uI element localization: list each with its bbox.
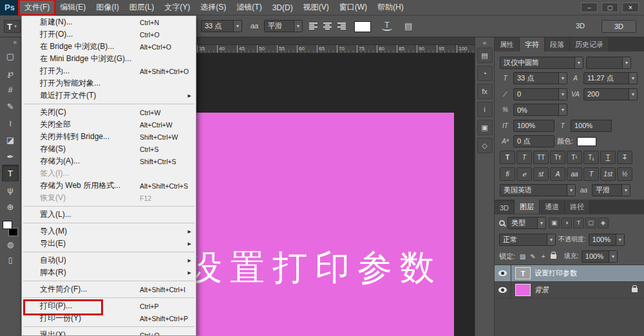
menubar-item[interactable]: 3D(D) [267,0,298,15]
filter-smart-objects-icon[interactable]: ◈ [598,218,609,229]
visibility-toggle[interactable] [495,282,511,298]
menu-item[interactable]: 打开为... Alt+Shift+Ctrl+O ▶ [22,65,196,77]
fractions-button[interactable]: ½ [617,167,632,181]
menu-item[interactable]: ▶ [22,250,196,254]
menu-item[interactable]: ▶ [22,204,196,209]
type-tool[interactable]: T [2,165,19,182]
menubar-item[interactable]: 视图(V) [298,0,334,15]
vertical-scale-field[interactable]: 100% [513,120,554,132]
align-center-button[interactable] [322,22,333,30]
brush-tool[interactable]: ≀ [2,115,19,131]
subscript-button[interactable]: T₁ [583,151,599,164]
menu-item[interactable]: ▶ [22,295,196,300]
menu-item[interactable]: 在 Bridge 中浏览(B)... Alt+Ctrl+O ▶ [22,41,196,53]
type-tool-preset-button[interactable]: T▼ [4,20,21,33]
channels-panel-icon[interactable]: ▣ [477,120,493,135]
align-left-button[interactable] [308,22,319,30]
pen-tool[interactable]: ✒ [2,148,19,165]
eraser-tool[interactable]: ◪ [2,131,19,148]
language-select[interactable]: 美国英语 ▼ [500,184,576,196]
menu-item[interactable]: 恢复(V) F12 ▶ [22,192,196,204]
quick-mask-button[interactable]: ◍ [2,237,19,252]
stylistic-alternates-button[interactable]: aa [567,167,582,181]
text-color-swatch[interactable] [354,21,371,32]
lock-pixels-icon[interactable]: ✎ [528,253,538,260]
menubar-item[interactable]: 窗口(W) [334,0,372,15]
leading-select[interactable]: 11.27 点 ▼ [583,72,638,84]
layer-filter-select[interactable]: 类型 ▼ [507,217,546,229]
align-right-button[interactable] [336,22,347,30]
panel-tab[interactable]: 字符 [520,37,545,51]
panel-tab[interactable]: 路径 [565,200,590,214]
filter-type-layers-icon[interactable]: T [573,218,584,229]
opacity-select[interactable]: 100% ▼ [589,234,625,246]
horizontal-scale-field[interactable]: 100% [571,120,612,132]
eyedropper-tool[interactable]: ✎ [2,98,19,115]
collapse-toolbar-icon[interactable]: « [13,39,21,48]
menu-item[interactable]: 存储为 Web 所用格式... Alt+Shift+Ctrl+S ▶ [22,180,196,192]
properties-panel-icon[interactable]: ▤ [477,48,493,63]
menu-item[interactable]: 打开(O)... Ctrl+O ▶ [22,28,196,41]
lock-position-icon[interactable]: + [538,253,548,260]
lock-all-icon[interactable] [551,254,556,259]
faux-italic-button[interactable]: T [516,151,532,164]
all-caps-button[interactable]: TT [533,151,549,164]
menu-item[interactable]: 最近打开文件(T) ▶ [22,89,196,102]
menu-item[interactable]: 退出(X) Ctrl+Q ▶ [22,329,196,336]
underline-button[interactable]: T [600,151,616,164]
blend-mode-select[interactable]: 正常 ▼ [499,234,556,246]
panel-tab[interactable]: 图层 [515,200,540,214]
menu-item[interactable]: 导出(E) ▶ [22,238,196,250]
menu-item[interactable]: ▶ [22,324,196,329]
collapse-dock-icon[interactable]: « [483,37,487,48]
tsume-select[interactable]: 0% ▼ [513,104,567,116]
antialias-select[interactable]: 平滑 ▼ [264,20,303,32]
menubar-item[interactable]: 文件(F) [19,0,55,15]
menu-item[interactable]: 文件简介(F)... Alt+Shift+Ctrl+I ▶ [22,283,196,295]
menu-item[interactable]: 在 Mini Bridge 中浏览(G)... ▶ [22,53,196,65]
minimize-button[interactable]: – [581,3,598,12]
menu-item[interactable]: 关闭(C) Ctrl+W ▶ [22,106,196,118]
menu-item[interactable]: ▶ [22,221,196,225]
menu-item[interactable]: 脚本(R) ▶ [22,266,196,279]
panel-tab[interactable]: 属性 [495,37,520,51]
menu-item[interactable]: 导入(M) ▶ [22,225,196,238]
warp-text-button[interactable]: T [381,21,393,32]
visibility-toggle[interactable] [495,265,511,281]
menu-item[interactable]: 置入(L)... ▶ [22,209,196,221]
small-caps-button[interactable]: Tᴛ [550,151,565,164]
layer-row[interactable]: 背景 [495,282,644,299]
character-antialias-select[interactable]: 平滑 ▼ [592,184,630,196]
strikethrough-button[interactable]: T [617,151,632,164]
menu-item[interactable]: 存储为(A)... Shift+Ctrl+S ▶ [22,155,196,167]
foreground-color-swatch[interactable] [3,221,12,229]
info-panel-icon[interactable]: i [477,102,493,117]
filter-pixel-layers-icon[interactable]: ▣ [549,218,560,229]
baseline-shift-field[interactable]: 0 点 [513,135,554,147]
menu-item[interactable]: 存储(S) Ctrl+S ▶ [22,143,196,155]
menu-item[interactable]: ▶ [22,102,196,106]
kerning-select[interactable]: 0 ▼ [513,88,567,100]
workspace-switcher-button[interactable]: 3D [601,20,636,33]
menu-item[interactable]: 打印(P)... Ctrl+P ▶ [22,300,196,312]
menubar-item[interactable]: 图层(L) [124,0,160,15]
lasso-tool[interactable]: ℘ [2,64,19,81]
panel-tab[interactable]: 历史记录 [570,37,609,51]
font-family-select[interactable]: 汉仪中圆简 ▼ [500,57,583,69]
ligatures-button[interactable]: fi [500,167,515,181]
restore-button[interactable]: ▢ [601,3,618,12]
superscript-button[interactable]: T¹ [567,151,582,164]
filter-adjustment-layers-icon[interactable]: ◑ [561,218,572,229]
titling-alternates-button[interactable]: T [583,167,599,181]
zoom-tool[interactable]: ⊕ [2,198,19,215]
menu-item[interactable]: 新建(N)... Ctrl+N ▶ [22,16,196,28]
layer-thumbnail[interactable] [515,284,531,296]
menu-item[interactable]: 打印一份(Y) Alt+Shift+Ctrl+P ▶ [22,312,196,324]
menubar-item[interactable]: 选择(S) [195,0,231,15]
crop-tool[interactable]: # [2,81,19,98]
character-color-swatch[interactable] [577,137,596,146]
menubar-item[interactable]: 帮助(H) [372,0,409,15]
contextual-alternates-button[interactable]: ℯ [516,167,532,181]
font-style-select[interactable]: ▼ [586,57,631,69]
menu-item[interactable]: ▶ [22,279,196,283]
